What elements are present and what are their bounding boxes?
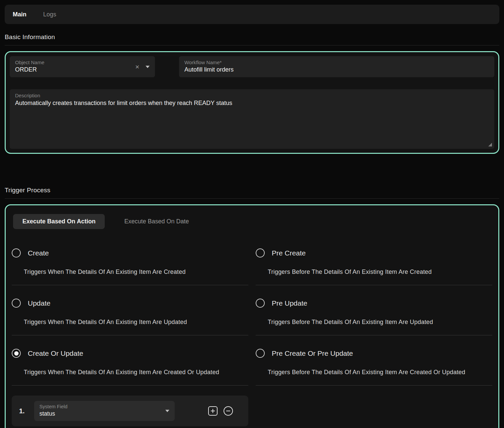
resize-handle-icon[interactable] — [488, 143, 492, 146]
option-pre-create-or-pre-update: Pre Create Or Pre Update Triggers Before… — [256, 335, 492, 386]
plus-square-icon — [207, 406, 218, 416]
trigger-options-grid: Create Triggers When The Details Of An E… — [12, 235, 492, 386]
object-name-value: ORDER — [15, 66, 150, 73]
option-pre-create-or-pre-update-label: Pre Create Or Pre Update — [272, 349, 353, 357]
basic-fields-row: Object Name ORDER ✕ Workflow Name* Autof… — [10, 56, 494, 77]
trigger-process-section: Execute Based On Action Execute Based On… — [5, 204, 499, 428]
minus-circle-icon — [223, 406, 234, 416]
option-update: Update Triggers When The Details Of An E… — [12, 285, 248, 335]
object-name-select[interactable]: Object Name ORDER ✕ — [10, 56, 155, 77]
object-name-label: Object Name — [15, 60, 150, 65]
option-create-or-update-description: Triggers When The Details Of An Existing… — [24, 368, 236, 377]
option-pre-update-label: Pre Update — [272, 299, 307, 307]
chevron-down-icon — [165, 410, 169, 412]
description-textarea[interactable]: Description Automatically creates transa… — [10, 89, 494, 149]
radio-create-or-update[interactable] — [12, 349, 21, 358]
option-pre-create-or-pre-update-header[interactable]: Pre Create Or Pre Update — [256, 349, 492, 358]
trigger-process-divider — [5, 198, 499, 199]
option-create-header[interactable]: Create — [12, 248, 248, 257]
option-update-label: Update — [28, 299, 51, 307]
system-field-label: System Field — [39, 404, 169, 409]
basic-information-section: Object Name ORDER ✕ Workflow Name* Autof… — [5, 51, 499, 154]
option-pre-update: Pre Update Triggers Before The Details O… — [256, 285, 492, 335]
option-create-label: Create — [28, 249, 49, 257]
clear-icon[interactable]: ✕ — [135, 64, 140, 70]
description-label: Description — [15, 93, 489, 98]
option-create-description: Triggers When The Details Of An Existing… — [24, 268, 236, 276]
option-create-or-update-label: Create Or Update — [28, 349, 83, 357]
system-field-value: status — [39, 410, 169, 417]
add-condition-button[interactable] — [207, 406, 218, 416]
condition-row: 1. System Field status — [12, 396, 248, 426]
option-pre-create-description: Triggers Before The Details Of An Existi… — [268, 268, 480, 276]
trigger-process-heading: Trigger Process — [5, 187, 499, 194]
option-create-or-update: Create Or Update Triggers When The Detai… — [12, 335, 248, 386]
option-update-header[interactable]: Update — [12, 299, 248, 308]
radio-create[interactable] — [12, 248, 21, 257]
option-pre-update-header[interactable]: Pre Update — [256, 299, 492, 308]
radio-pre-create[interactable] — [256, 248, 265, 257]
workflow-name-value: Autofill limit orders — [184, 66, 489, 73]
workflow-name-label: Workflow Name* — [184, 60, 489, 65]
tab-logs[interactable]: Logs — [43, 11, 56, 18]
remove-condition-button[interactable] — [223, 406, 234, 416]
radio-pre-create-or-pre-update[interactable] — [256, 349, 265, 358]
option-pre-create: Pre Create Triggers Before The Details O… — [256, 235, 492, 285]
option-pre-create-or-pre-update-description: Triggers Before The Details Of An Existi… — [268, 368, 480, 377]
option-pre-update-description: Triggers Before The Details Of An Existi… — [268, 318, 480, 326]
workflow-name-field[interactable]: Workflow Name* Autofill limit orders — [179, 56, 494, 77]
condition-index: 1. — [19, 407, 25, 415]
system-field-select[interactable]: System Field status — [34, 401, 175, 421]
top-tabbar: Main Logs — [5, 5, 499, 24]
tab-execute-based-on-date[interactable]: Execute Based On Date — [124, 218, 189, 225]
option-pre-create-header[interactable]: Pre Create — [256, 248, 492, 257]
chevron-down-icon[interactable] — [146, 66, 150, 68]
option-update-description: Triggers When The Details Of An Existing… — [24, 318, 236, 326]
object-name-icons: ✕ — [135, 64, 150, 70]
workflow-editor-page: Main Logs Basic Information Object Name … — [0, 0, 504, 428]
description-value: Automatically creates transactions for l… — [15, 100, 489, 107]
radio-pre-update[interactable] — [256, 299, 265, 308]
basic-information-divider — [5, 45, 499, 45]
option-create-or-update-header[interactable]: Create Or Update — [12, 349, 248, 358]
trigger-tabs: Execute Based On Action Execute Based On… — [13, 214, 492, 229]
option-create: Create Triggers When The Details Of An E… — [12, 235, 248, 285]
basic-information-heading: Basic Information — [5, 33, 499, 41]
tab-execute-based-on-action[interactable]: Execute Based On Action — [13, 214, 105, 229]
radio-update[interactable] — [12, 299, 21, 308]
option-pre-create-label: Pre Create — [272, 249, 306, 257]
tab-main[interactable]: Main — [13, 11, 26, 18]
